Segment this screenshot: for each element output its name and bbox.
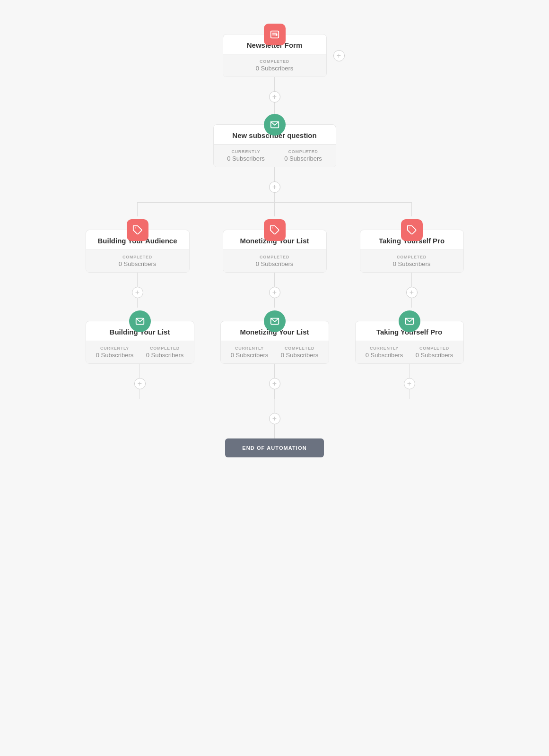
taking-yourself-pro-icon-bottom [399,310,420,332]
svg-rect-3 [275,34,277,36]
connector-line [409,389,410,399]
connector-line [274,389,275,399]
branch-bottom-col-center: Monetizing Your List CURRENTLY 0 Subscri… [220,308,329,364]
connector-line [137,273,138,287]
add-step-center[interactable]: + [269,287,280,298]
sq-stat-label-completed: COMPLETED [288,149,318,154]
building-list-node[interactable]: Building Your List CURRENTLY 0 Subscribe… [86,321,194,364]
add-step-final[interactable]: + [269,413,280,424]
building-list-stats: CURRENTLY 0 Subscribers COMPLETED 0 Subs… [86,341,194,363]
add-step-button-1[interactable]: + [269,91,280,103]
monetizing-list-stats-top: COMPLETED 0 Subscribers [223,249,326,272]
monetizing-list-node-bottom[interactable]: Monetizing Your List CURRENTLY 0 Subscri… [220,321,329,364]
monetizing-list-node-top[interactable]: Monetizing Your List COMPLETED 0 Subscri… [223,230,327,273]
converge-area [86,399,464,413]
branch-bottom-col-right: Taking Yourself Pro CURRENTLY 0 Subscrib… [355,308,464,364]
monetizing-list-icon-top [264,219,286,241]
add-step-bottom-right[interactable]: + [404,378,415,389]
branch-entry-left [137,202,138,216]
building-audience-node[interactable]: Building Your Audience COMPLETED 0 Subsc… [86,230,190,273]
subscriber-question-icon [264,114,286,136]
newsletter-form-icon [264,24,286,45]
plus-connector-1: + [269,77,280,117]
building-audience-icon [127,219,148,241]
branch-col-left: Building Your Audience COMPLETED 0 Subsc… [86,202,190,273]
add-step-left[interactable]: + [132,287,143,298]
add-step-bottom-center[interactable]: + [269,378,280,389]
newsletter-form-stat-label-0: COMPLETED [260,59,289,64]
connector-line [274,298,275,308]
monetizing-list-stats-bottom: CURRENTLY 0 Subscribers COMPLETED 0 Subs… [221,341,329,363]
branch-bottom-col-left: Building Your List CURRENTLY 0 Subscribe… [86,308,194,364]
building-list-icon [129,310,151,332]
connector-line [274,167,275,181]
branch-col-center: Monetizing Your List COMPLETED 0 Subscri… [223,202,327,273]
newsletter-form-stat-value-0: 0 Subscribers [256,65,293,72]
plus-connector-final: + [269,413,280,438]
plus-connector-bottom-right: + [355,364,464,399]
subscriber-question-stats: CURRENTLY 0 Subscribers COMPLETED 0 Subs… [214,144,336,167]
plus-connector-left: + [86,273,190,308]
sq-stat-label-currently: CURRENTLY [231,149,260,154]
branch-entry-center [274,202,275,216]
newsletter-form-side-plus[interactable]: + [333,50,345,61]
converge-v-line [274,399,275,413]
subscriber-question-node[interactable]: New subscriber question CURRENTLY 0 Subs… [213,124,336,167]
add-step-right[interactable]: + [406,287,418,298]
branch-plus-row-bottom: + + + [86,364,464,399]
taking-yourself-pro-stats-bottom: CURRENTLY 0 Subscribers COMPLETED 0 Subs… [356,341,463,363]
connector-line [411,298,412,308]
connector-line [274,273,275,287]
branch-h-line-top [138,202,412,203]
branch-plus-row: + + + [86,273,464,308]
connector-line [411,273,412,287]
plus-connector-center: + [223,273,327,308]
newsletter-form-node[interactable]: Newsletter Form COMPLETED 0 Subscribers [223,34,327,77]
connector-line [409,364,410,378]
monetizing-list-icon-bottom [264,310,286,332]
connector-line [274,77,275,91]
taking-yourself-pro-node-bottom[interactable]: Taking Yourself Pro CURRENTLY 0 Subscrib… [355,321,464,364]
taking-yourself-pro-icon-top [401,219,423,241]
plus-connector-bottom-center: + [220,364,329,399]
end-automation-button[interactable]: END OF AUTOMATION [225,438,323,457]
building-audience-stats: COMPLETED 0 Subscribers [86,249,189,272]
sq-stat-value-completed: 0 Subscribers [284,155,322,162]
plus-connector-bottom-left: + [86,364,194,399]
plus-connector-right: + [360,273,464,308]
add-step-button-2[interactable]: + [269,181,280,193]
connector-line [274,424,275,438]
taking-yourself-pro-node-top[interactable]: Taking Yourself Pro COMPLETED 0 Subscrib… [360,230,464,273]
sq-stat-value-currently: 0 Subscribers [227,155,264,162]
connector-line [274,364,275,378]
branch-col-right: Taking Yourself Pro COMPLETED 0 Subscrib… [360,202,464,273]
flow-container: Newsletter Form COMPLETED 0 Subscribers … [15,19,535,737]
plus-connector-2: + [269,167,280,202]
add-step-bottom-left[interactable]: + [134,378,146,389]
branch-entry-right [411,202,412,216]
newsletter-form-stats: COMPLETED 0 Subscribers [223,54,326,77]
connector-line [139,364,140,378]
taking-yourself-pro-stats-top: COMPLETED 0 Subscribers [360,249,463,272]
connector-line [274,193,275,202]
connector-line [139,389,140,399]
connector-line [137,298,138,308]
